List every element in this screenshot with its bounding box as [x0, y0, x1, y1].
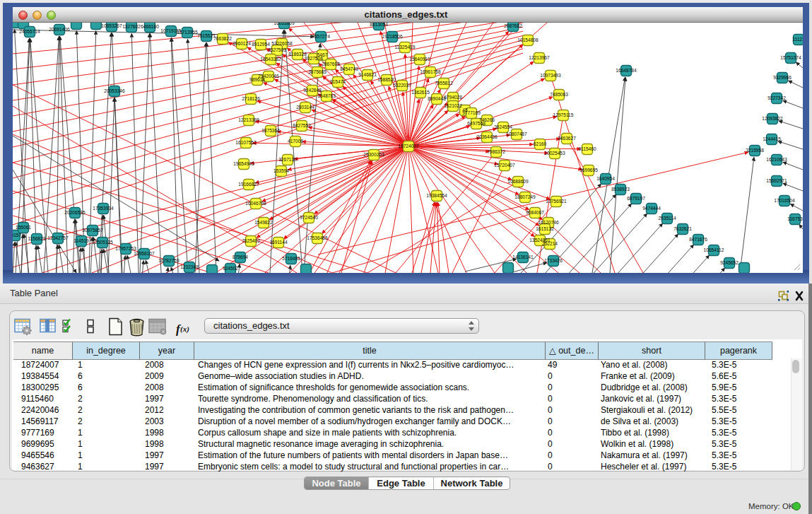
svg-text:10654112: 10654112: [704, 247, 724, 252]
svg-text:9245652: 9245652: [720, 260, 739, 265]
svg-text:15713955: 15713955: [177, 30, 198, 35]
svg-text:20206535: 20206535: [64, 210, 86, 215]
svg-text:16033809: 16033809: [273, 23, 295, 25]
svg-text:9146821: 9146821: [358, 72, 377, 77]
svg-text:1588520: 1588520: [377, 77, 396, 82]
svg-text:19384554: 19384554: [426, 193, 447, 198]
svg-text:10653267: 10653267: [101, 23, 122, 28]
svg-text:11123: 11123: [792, 37, 803, 42]
svg-text:9327503: 9327503: [268, 47, 286, 52]
svg-text:9474444: 9474444: [642, 206, 661, 211]
svg-text:10154808: 10154808: [517, 37, 539, 42]
svg-text:19218506: 19218506: [382, 34, 403, 39]
svg-text:153594: 153594: [273, 168, 289, 173]
svg-text:18724007: 18724007: [398, 144, 419, 148]
svg-text:9227342: 9227342: [767, 95, 786, 100]
svg-text:8454749: 8454749: [340, 66, 358, 71]
svg-text:12342757: 12342757: [47, 235, 69, 240]
svg-text:7955812: 7955812: [435, 81, 453, 86]
svg-text:15640910: 15640910: [409, 57, 430, 62]
svg-text:989618: 989618: [249, 77, 265, 82]
svg-text:16961758: 16961758: [420, 69, 441, 74]
svg-text:15720407: 15720407: [494, 163, 515, 168]
svg-text:7663822: 7663822: [213, 36, 232, 41]
svg-text:9242848: 9242848: [303, 88, 322, 93]
svg-text:15751074: 15751074: [780, 55, 801, 60]
svg-text:10973493: 10973493: [540, 73, 561, 78]
svg-text:10688609: 10688609: [507, 179, 529, 184]
svg-text:8912954: 8912954: [252, 42, 270, 47]
svg-text:39157: 39157: [13, 233, 21, 238]
svg-text:12213967: 12213967: [529, 55, 550, 60]
svg-text:10807487: 10807487: [506, 132, 527, 136]
svg-text:(x): (x): [180, 325, 189, 334]
svg-text:9777169: 9777169: [462, 110, 481, 115]
svg-text:12093822: 12093822: [762, 116, 783, 121]
svg-text:15692971: 15692971: [766, 178, 787, 183]
svg-text:1156829: 1156829: [28, 236, 46, 241]
svg-text:10756921: 10756921: [546, 199, 567, 204]
svg-text:16648784: 16648784: [616, 68, 637, 73]
svg-text:12505135: 12505135: [92, 240, 113, 245]
svg-text:1640954: 1640954: [596, 176, 615, 181]
svg-text:9329966: 9329966: [773, 75, 792, 80]
svg-text:10958107: 10958107: [134, 251, 155, 256]
svg-text:8960124: 8960124: [233, 41, 251, 46]
svg-text:7515521: 7515521: [197, 33, 216, 38]
svg-text:1615132: 1615132: [536, 226, 554, 231]
svg-text:8938923: 8938923: [611, 187, 630, 192]
svg-text:6497568: 6497568: [467, 121, 486, 126]
svg-text:5467: 5467: [317, 52, 328, 57]
svg-text:5716485: 5716485: [282, 256, 300, 261]
svg-text:16120746: 16120746: [538, 220, 559, 225]
svg-text:1327602: 1327602: [122, 24, 141, 29]
svg-text:16210643: 16210643: [766, 157, 787, 162]
svg-text:7857274: 7857274: [312, 34, 330, 39]
svg-text:25300203: 25300203: [363, 152, 384, 157]
svg-text:12975115: 12975115: [553, 112, 574, 117]
svg-text:9115460: 9115460: [578, 146, 596, 151]
svg-text:3875685: 3875685: [308, 69, 326, 74]
svg-text:252214: 252214: [542, 241, 558, 246]
svg-text:16543382: 16543382: [260, 57, 281, 62]
svg-text:6794028: 6794028: [444, 95, 462, 100]
svg-text:16782759: 16782759: [158, 258, 180, 263]
svg-text:9463627: 9463627: [558, 136, 576, 141]
svg-text:7632621: 7632621: [673, 226, 692, 231]
svg-text:2087682: 2087682: [504, 23, 522, 28]
svg-text:62160: 62160: [534, 141, 547, 146]
svg-text:1733426: 1733426: [544, 258, 563, 263]
svg-text:3215958: 3215958: [746, 148, 764, 153]
svg-text:9699695: 9699695: [579, 168, 598, 173]
svg-text:924502: 924502: [223, 266, 238, 271]
svg-text:18807249: 18807249: [514, 194, 536, 199]
svg-text:1621022: 1621022: [444, 103, 462, 108]
svg-text:16107552: 16107552: [235, 140, 257, 145]
svg-text:30975857: 30975857: [82, 228, 103, 233]
svg-text:19166827: 19166827: [238, 182, 259, 187]
svg-text:17353934: 17353934: [93, 206, 114, 211]
svg-text:7986372: 7986372: [487, 149, 505, 154]
svg-text:1691144: 1691144: [269, 240, 288, 245]
svg-text:17016504: 17016504: [774, 198, 795, 203]
svg-text:17957253: 17957253: [115, 246, 136, 251]
svg-text:9084067: 9084067: [526, 210, 544, 215]
svg-text:7485063: 7485063: [550, 92, 568, 97]
svg-text:9724540: 9724540: [300, 215, 318, 220]
svg-text:915474: 915474: [330, 79, 346, 84]
svg-text:20364436: 20364436: [476, 134, 498, 139]
svg-text:3624554: 3624554: [494, 124, 512, 129]
svg-text:1548783: 1548783: [317, 93, 336, 98]
svg-text:1232348: 1232348: [180, 264, 199, 269]
svg-text:2867608: 2867608: [322, 62, 340, 66]
svg-text:17536465: 17536465: [307, 235, 328, 240]
svg-text:2718126: 2718126: [242, 96, 260, 101]
svg-text:114519: 114519: [73, 238, 89, 243]
svg-text:1362615: 1362615: [411, 90, 430, 95]
svg-text:1549822: 1549822: [254, 220, 273, 225]
svg-text:20053346: 20053346: [104, 88, 125, 93]
svg-text:879694: 879694: [233, 255, 248, 259]
svg-text:155061: 155061: [16, 225, 31, 230]
svg-text:14136141: 14136141: [512, 255, 534, 259]
svg-text:16046798: 16046798: [245, 201, 266, 206]
